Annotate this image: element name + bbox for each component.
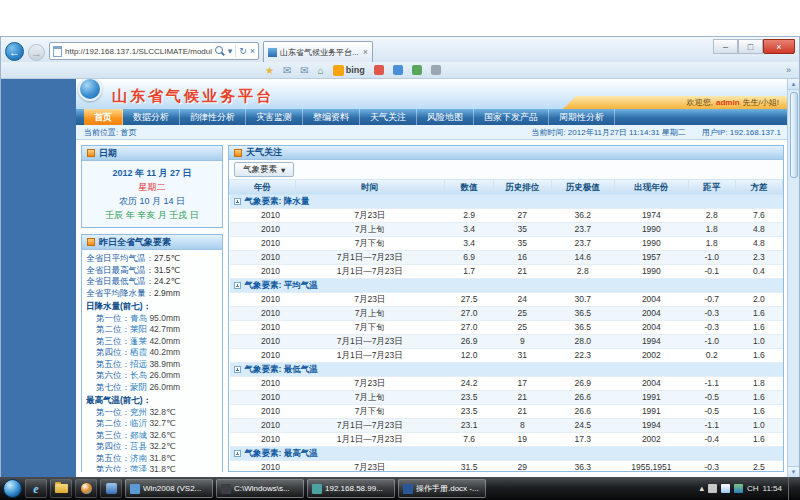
nav-item-2[interactable]: 韵律性分析 bbox=[180, 109, 246, 125]
expand-icon[interactable] bbox=[234, 450, 241, 457]
browser-tab[interactable]: 山东省气候业务平台... × bbox=[263, 41, 373, 62]
table-row[interactable]: 20107月23日27.52430.72004-0.72.0 bbox=[230, 293, 783, 307]
language-indicator[interactable]: CH bbox=[747, 484, 759, 493]
nav-item-5[interactable]: 天气关注 bbox=[360, 109, 417, 125]
taskbar-button[interactable]: 操作手册.docx -... bbox=[398, 479, 486, 498]
table-row[interactable]: 20107月上旬27.02536.52004-0.31.6 bbox=[230, 307, 783, 321]
network-icon[interactable] bbox=[721, 484, 730, 493]
table-header-row: 年份时间数值历史排位历史极值出现年份距平方差 bbox=[230, 180, 783, 195]
back-button[interactable]: ← bbox=[5, 42, 24, 61]
url-text[interactable]: http://192.168.137.1/SLCCLIMATE/modules/… bbox=[65, 47, 212, 56]
table-group-row[interactable]: 气象要素: 平均气温 bbox=[230, 279, 783, 293]
mail-send-icon[interactable]: ✉ bbox=[300, 64, 308, 77]
scroll-down-icon[interactable]: ▼ bbox=[788, 466, 799, 477]
addon-red-icon[interactable] bbox=[374, 65, 384, 75]
addon-blue-icon[interactable] bbox=[393, 65, 403, 75]
nav-item-7[interactable]: 国家下发产品 bbox=[474, 109, 549, 125]
group-label: 气象要素: 平均气温 bbox=[245, 280, 318, 290]
table-row[interactable]: 20101月1日—7月23日1.7212.81990-0.10.4 bbox=[230, 265, 783, 279]
tab-close-icon[interactable]: × bbox=[363, 47, 368, 57]
show-desktop-button[interactable] bbox=[788, 477, 795, 500]
table-cell: 27.0 bbox=[445, 321, 494, 335]
table-cell: 2010 bbox=[246, 209, 295, 223]
scrollbar-thumb[interactable] bbox=[790, 92, 798, 178]
table-cell: 2.5 bbox=[735, 461, 782, 473]
close-button[interactable]: × bbox=[763, 39, 795, 54]
maximize-button[interactable]: □ bbox=[738, 39, 763, 54]
address-bar[interactable]: http://192.168.137.1/SLCCLIMATE/modules/… bbox=[49, 42, 259, 60]
table-group-row[interactable]: 气象要素: 最低气温 bbox=[230, 363, 783, 377]
media-player-taskbar-icon[interactable] bbox=[75, 479, 97, 498]
back-icon: ← bbox=[9, 46, 20, 58]
nav-item-3[interactable]: 灾害监测 bbox=[246, 109, 303, 125]
table-row[interactable]: 20107月1日—7月23日23.1824.51994-1.11.0 bbox=[230, 419, 783, 433]
search-dropdown-icon[interactable]: ▾ bbox=[228, 47, 233, 56]
page-scrollbar[interactable]: ▲ ▼ bbox=[787, 79, 799, 477]
table-cell: 1.6 bbox=[735, 391, 782, 405]
table-cell: 7月23日 bbox=[295, 293, 445, 307]
summary-label: 全省日平均气温： bbox=[86, 253, 154, 263]
nav-item-4[interactable]: 整编资料 bbox=[303, 109, 360, 125]
table-row[interactable]: 20107月1日—7月23日6.91614.61957-1.02.3 bbox=[230, 251, 783, 265]
app-taskbar-icon[interactable] bbox=[100, 479, 122, 498]
table-row[interactable]: 20107月23日24.21726.92004-1.11.8 bbox=[230, 377, 783, 391]
table-row[interactable]: 20107月上旬3.43523.719901.84.8 bbox=[230, 223, 783, 237]
search-icon[interactable] bbox=[215, 46, 225, 56]
expand-icon[interactable] bbox=[234, 282, 241, 289]
table-row[interactable]: 20107月下旬23.52126.61991-0.51.6 bbox=[230, 405, 783, 419]
addon-gray-icon[interactable] bbox=[431, 65, 441, 75]
taskbar-button[interactable]: C:\Windows\s... bbox=[216, 479, 304, 498]
tray-up-icon[interactable]: ▴ bbox=[699, 484, 704, 493]
element-filter-button[interactable]: 气象要素 ▾ bbox=[234, 162, 294, 177]
clock[interactable]: 11:54 bbox=[763, 484, 782, 493]
stop-icon[interactable]: × bbox=[250, 47, 255, 56]
table-row[interactable]: 20101月1日—7月23日12.03122.320020.21.6 bbox=[230, 349, 783, 363]
table-row[interactable]: 20107月下旬3.43523.719901.84.8 bbox=[230, 237, 783, 251]
table-cell: 19 bbox=[494, 433, 551, 447]
column-header: 历史极值 bbox=[551, 180, 614, 195]
row-indent-cell bbox=[230, 433, 246, 447]
rank-item: 第三位：郯城 32.6℃ bbox=[86, 430, 218, 442]
scroll-up-icon[interactable]: ▲ bbox=[788, 79, 799, 90]
favorites-star-icon[interactable]: ★ bbox=[265, 64, 274, 77]
expand-icon[interactable] bbox=[234, 198, 241, 205]
expand-icon[interactable] bbox=[234, 366, 241, 373]
table-row[interactable]: 20107月上旬23.52126.61991-0.51.6 bbox=[230, 391, 783, 405]
mail-icon[interactable]: ✉ bbox=[283, 64, 291, 77]
nav-item-6[interactable]: 风险地图 bbox=[417, 109, 474, 125]
addon-green-icon[interactable] bbox=[412, 65, 422, 75]
rank-label: 第二位： bbox=[96, 324, 130, 334]
yesterday-panel-body: 全省日平均气温：27.5℃全省日最高气温：31.5℃全省日最低气温：24.2℃全… bbox=[82, 250, 222, 472]
site-logo-badge-icon[interactable] bbox=[78, 79, 102, 101]
table-row[interactable]: 20101月1日—7月23日7.61917.32002-0.41.6 bbox=[230, 433, 783, 447]
nav-item-0[interactable]: 首页 bbox=[84, 109, 123, 125]
command-overflow-icon[interactable]: » bbox=[786, 66, 791, 75]
action-center-icon[interactable] bbox=[734, 484, 743, 493]
date-panel-header: 日期 bbox=[82, 146, 222, 161]
minimize-button[interactable]: – bbox=[713, 39, 738, 54]
table-group-row[interactable]: 气象要素: 降水量 bbox=[230, 195, 783, 209]
rank-value: 26.0mm bbox=[149, 382, 180, 392]
tray-app-icon[interactable] bbox=[708, 484, 717, 493]
bing-logo[interactable]: bing bbox=[333, 64, 365, 77]
table-cell: 21 bbox=[494, 405, 551, 419]
forward-button[interactable]: → bbox=[28, 44, 45, 61]
table-row[interactable]: 20107月23日2.92736.219742.87.6 bbox=[230, 209, 783, 223]
breadcrumb[interactable]: 当前位置: 首页 bbox=[84, 127, 136, 138]
nav-item-8[interactable]: 周期性分析 bbox=[549, 109, 615, 125]
refresh-icon[interactable]: ↻ bbox=[239, 47, 247, 56]
taskbar-button[interactable]: Win2008 (VS2... bbox=[125, 479, 213, 498]
table-cell: 29 bbox=[494, 461, 551, 473]
explorer-taskbar-icon[interactable] bbox=[50, 479, 72, 498]
start-button[interactable] bbox=[3, 479, 22, 498]
table-cell: 26.6 bbox=[551, 405, 614, 419]
table-group-row[interactable]: 气象要素: 最高气温 bbox=[230, 447, 783, 461]
taskbar-button[interactable]: 192.168.58.99... bbox=[307, 479, 395, 498]
table-row[interactable]: 20107月下旬27.02536.52004-0.31.6 bbox=[230, 321, 783, 335]
taskbar-button-label: C:\Windows\s... bbox=[234, 484, 290, 493]
home-icon[interactable]: ⌂ bbox=[318, 64, 324, 77]
table-row[interactable]: 20107月23日31.52936.31955,1951-0.32.5 bbox=[230, 461, 783, 473]
ie-taskbar-icon[interactable]: e bbox=[25, 479, 47, 498]
table-row[interactable]: 20107月1日—7月23日26.9928.01994-1.01.0 bbox=[230, 335, 783, 349]
nav-item-1[interactable]: 数据分析 bbox=[123, 109, 180, 125]
